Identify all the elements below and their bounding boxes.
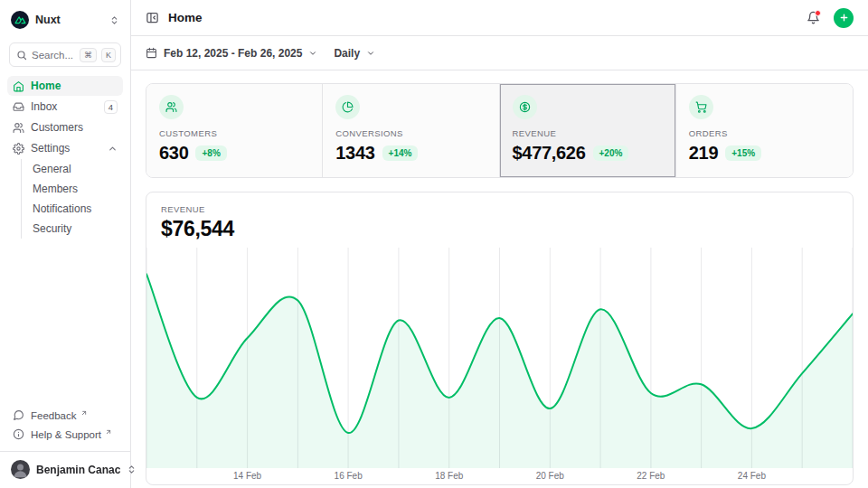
sidebar-divider xyxy=(0,451,130,452)
stat-label: ORDERS xyxy=(689,128,840,138)
settings-sub-nav: General Members Notifications Security xyxy=(21,159,123,239)
pie-chart-icon xyxy=(335,95,360,119)
x-axis-tick-label: 22 Feb xyxy=(637,471,665,481)
interval-label: Daily xyxy=(334,47,360,60)
avatar xyxy=(11,460,30,479)
date-range-label: Feb 12, 2025 - Feb 26, 2025 xyxy=(164,47,302,60)
external-link-icon xyxy=(105,428,112,436)
user-menu[interactable]: Benjamin Canac xyxy=(7,458,123,481)
shopping-cart-icon xyxy=(689,95,713,119)
stat-card-customers[interactable]: CUSTOMERS 630 +8% xyxy=(146,84,323,177)
sidebar-item-label: Home xyxy=(31,80,118,92)
sidebar-spacer xyxy=(7,239,123,406)
stat-delta-badge: +8% xyxy=(195,145,226,161)
chart-plot-area[interactable] xyxy=(146,248,853,468)
dollar-circle-icon xyxy=(513,95,537,119)
header: Home xyxy=(131,0,868,36)
sidebar-nav: Home Inbox 4 Customers Settings General … xyxy=(7,76,123,239)
date-range-picker[interactable]: Feb 12, 2025 - Feb 26, 2025 xyxy=(146,47,317,60)
chart-header: REVENUE $76,544 xyxy=(146,192,853,248)
collapse-sidebar-button[interactable] xyxy=(146,11,159,24)
content: CUSTOMERS 630 +8% CONVERSIONS 1343 +14% xyxy=(131,70,868,488)
x-axis-tick-label: 24 Feb xyxy=(738,471,766,481)
chevron-up-icon xyxy=(108,144,118,154)
notification-dot xyxy=(815,10,821,16)
sub-item-label: Notifications xyxy=(33,202,91,215)
revenue-chart-svg xyxy=(146,248,853,468)
stat-delta-badge: +14% xyxy=(382,145,419,161)
main-area: Home Feb 12, 2025 - Feb 26, 2025 Daily xyxy=(131,0,868,488)
sidebar-item-security[interactable]: Security xyxy=(25,219,123,239)
inbox-count-badge: 4 xyxy=(104,100,118,114)
chevron-up-down-icon xyxy=(127,465,137,474)
stat-delta-badge: +15% xyxy=(725,145,761,161)
stat-card-conversions[interactable]: CONVERSIONS 1343 +14% xyxy=(323,84,499,177)
users-icon xyxy=(13,122,24,134)
stat-value: 1343 xyxy=(335,143,374,164)
sidebar-item-customers[interactable]: Customers xyxy=(7,117,123,137)
sidebar-item-general[interactable]: General xyxy=(25,159,123,179)
workspace-name: Nuxt xyxy=(35,14,103,26)
sidebar-item-label: Settings xyxy=(31,142,101,155)
stat-value: 630 xyxy=(159,143,188,164)
sub-item-label: Security xyxy=(33,222,71,235)
plus-icon xyxy=(839,13,849,23)
panel-collapse-icon xyxy=(146,11,159,24)
nuxt-logo-icon xyxy=(11,11,29,29)
search-input[interactable] xyxy=(32,50,75,61)
sidebar-item-label: Inbox xyxy=(31,100,98,113)
sidebar-item-members[interactable]: Members xyxy=(25,179,123,199)
feedback-link[interactable]: Feedback xyxy=(7,406,123,425)
stat-value: $477,626 xyxy=(513,143,586,164)
chart-metric-value: $76,544 xyxy=(161,217,838,241)
home-icon xyxy=(13,80,24,92)
sub-item-label: Members xyxy=(33,183,78,195)
help-support-link[interactable]: Help & Support xyxy=(7,425,123,444)
stat-label: CUSTOMERS xyxy=(159,128,309,138)
stat-delta-badge: +20% xyxy=(593,145,629,161)
search-input-container[interactable]: ⌘ K xyxy=(9,42,121,67)
chevron-down-icon xyxy=(366,49,375,58)
x-axis-tick-label: 20 Feb xyxy=(536,471,564,481)
sidebar: Nuxt ⌘ K Home Inbox 4 Customers Settings xyxy=(0,0,131,488)
chevron-down-icon xyxy=(308,49,317,58)
workspace-selector[interactable]: Nuxt xyxy=(7,8,123,32)
stat-value: 219 xyxy=(689,143,718,164)
sidebar-item-settings[interactable]: Settings xyxy=(7,138,123,158)
revenue-chart-card: REVENUE $76,544 14 Feb16 Feb18 Feb20 Feb… xyxy=(146,192,854,485)
stat-card-revenue[interactable]: REVENUE $477,626 +20% xyxy=(500,84,676,177)
kbd-meta: ⌘ xyxy=(80,48,97,62)
users-icon xyxy=(159,95,184,119)
page-title: Home xyxy=(168,11,792,24)
sidebar-item-home[interactable]: Home xyxy=(7,76,123,96)
kbd-k: K xyxy=(101,48,116,62)
x-axis-tick-label: 14 Feb xyxy=(233,471,261,481)
sidebar-item-inbox[interactable]: Inbox 4 xyxy=(7,97,123,117)
stats-row: CUSTOMERS 630 +8% CONVERSIONS 1343 +14% xyxy=(146,83,854,178)
sub-item-label: General xyxy=(33,163,71,175)
gear-icon xyxy=(13,143,24,155)
external-link-icon xyxy=(80,409,88,417)
interval-select[interactable]: Daily xyxy=(334,47,375,60)
x-axis-tick-label: 18 Feb xyxy=(435,471,463,481)
sidebar-item-notifications[interactable]: Notifications xyxy=(25,199,123,219)
search-icon xyxy=(16,50,27,61)
sidebar-item-label: Customers xyxy=(31,121,118,134)
chevron-up-down-icon xyxy=(109,15,119,25)
x-axis-tick-label: 16 Feb xyxy=(335,471,363,481)
stat-label: CONVERSIONS xyxy=(335,128,486,138)
help-support-label: Help & Support xyxy=(31,429,101,440)
stat-label: REVENUE xyxy=(513,128,663,138)
x-axis-labels: 14 Feb16 Feb18 Feb20 Feb22 Feb24 Feb xyxy=(146,468,853,484)
toolbar: Feb 12, 2025 - Feb 26, 2025 Daily xyxy=(131,36,868,70)
chart-metric-label: REVENUE xyxy=(161,204,838,214)
info-circle-icon xyxy=(13,428,24,440)
notifications-button[interactable] xyxy=(801,6,825,30)
chat-bubble-icon xyxy=(13,409,24,421)
feedback-label: Feedback xyxy=(31,410,77,421)
add-button[interactable] xyxy=(834,8,854,28)
calendar-icon xyxy=(146,47,157,59)
stat-card-orders[interactable]: ORDERS 219 +15% xyxy=(676,84,853,177)
user-name: Benjamin Canac xyxy=(36,464,120,476)
inbox-icon xyxy=(13,101,24,113)
